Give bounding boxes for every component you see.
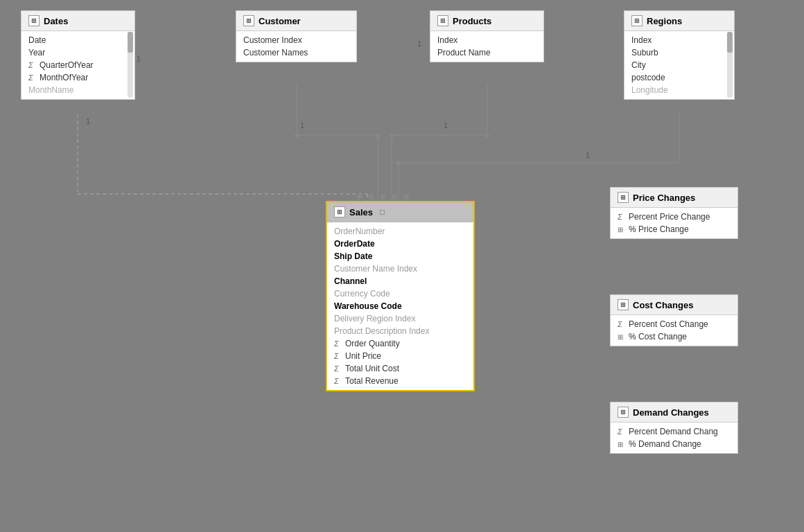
regions-scrollbar[interactable] <box>727 32 733 98</box>
demand-changes-header: ⊞ Demand Changes <box>611 402 737 423</box>
price-changes-title: Price Changes <box>633 193 695 203</box>
demand-changes-icon: ⊞ <box>618 407 629 418</box>
price-changes-body: ΣPercent Price Change ⊞% Price Change <box>611 208 737 238</box>
sales-table[interactable]: ⊞ Sales □ OrderNumber OrderDate Ship Dat… <box>326 201 475 391</box>
field-monthname: MonthName <box>21 84 134 96</box>
field-longitude: Longitude <box>624 84 734 96</box>
sigma-icon: Σ <box>28 73 37 82</box>
field-warehouse-code: Warehouse Code <box>327 300 473 312</box>
sigma-icon: Σ <box>28 61 37 69</box>
field-pct-cost-change: ⊞% Cost Change <box>611 330 737 343</box>
field-percent-demand-change: ΣPercent Demand Chang <box>611 425 737 438</box>
field-pct-price-change: ⊞% Price Change <box>611 223 737 236</box>
dates-table[interactable]: ⊞ Dates Date Year ΣQuarterOfYear ΣMonthO… <box>21 10 135 100</box>
svg-text:1: 1 <box>586 151 590 159</box>
field-unit-price: ΣUnit Price <box>327 350 473 362</box>
dates-scrollbar-thumb <box>128 32 133 53</box>
dates-title: Dates <box>44 16 68 26</box>
field-order-quantity: ΣOrder Quantity <box>327 337 473 350</box>
field-postcode: postcode <box>624 71 734 84</box>
field-total-unit-cost: ΣTotal Unit Cost <box>327 362 473 375</box>
field-customer-names: Customer Names <box>236 46 356 59</box>
field-city: City <box>624 59 734 71</box>
price-changes-table[interactable]: ⊞ Price Changes ΣPercent Price Change ⊞%… <box>610 187 738 239</box>
sigma-icon: Σ <box>334 352 342 360</box>
table-field-icon: ⊞ <box>618 441 626 448</box>
field-suburb: Suburb <box>624 46 734 59</box>
field-percent-price-change: ΣPercent Price Change <box>611 211 737 223</box>
field-channel: Channel <box>327 275 473 287</box>
price-changes-icon: ⊞ <box>618 192 629 203</box>
field-ordernumber: OrderNumber <box>327 225 473 238</box>
field-delivery-region-index: Delivery Region Index <box>327 312 473 325</box>
dates-table-icon: ⊞ <box>28 15 40 26</box>
products-title: Products <box>453 16 491 26</box>
products-table[interactable]: ⊞ Products Index Product Name <box>430 10 544 62</box>
regions-body: Index Suburb City postcode Longitude <box>624 31 734 99</box>
sigma-icon: Σ <box>334 377 342 385</box>
field-monthofyear: ΣMonthOfYear <box>21 71 134 84</box>
price-changes-header: ⊞ Price Changes <box>611 188 737 208</box>
field-date: Date <box>21 34 134 46</box>
field-quarterofyear: ΣQuarterOfYear <box>21 59 134 71</box>
sigma-icon: Σ <box>334 364 342 373</box>
cost-changes-header: ⊞ Cost Changes <box>611 295 737 315</box>
field-regions-index: Index <box>624 34 734 46</box>
svg-point-11 <box>376 134 380 138</box>
sigma-icon: Σ <box>618 213 626 221</box>
customer-title: Customer <box>259 16 301 26</box>
demand-changes-title: Demand Changes <box>633 407 709 418</box>
field-shipdate: Ship Date <box>327 250 473 263</box>
svg-point-18 <box>485 134 489 138</box>
regions-scrollbar-thumb <box>727 32 733 53</box>
sales-header: ⊞ Sales □ <box>327 202 473 222</box>
field-orderdate: OrderDate <box>327 238 473 250</box>
field-percent-cost-change: ΣPercent Cost Change <box>611 318 737 330</box>
dates-header: ⊞ Dates <box>21 11 134 31</box>
field-pct-demand-change: ⊞% Demand Change <box>611 438 737 450</box>
customer-table-icon: ⊞ <box>243 15 254 26</box>
regions-table[interactable]: ⊞ Regions Index Suburb City postcode Lon… <box>624 10 735 100</box>
regions-table-icon: ⊞ <box>631 15 643 26</box>
field-products-index: Index <box>430 34 543 46</box>
cost-changes-table[interactable]: ⊞ Cost Changes ΣPercent Cost Change ⊞% C… <box>610 294 738 346</box>
customer-body: Customer Index Customer Names <box>236 31 356 62</box>
sigma-icon: Σ <box>618 320 626 328</box>
customer-header: ⊞ Customer <box>236 11 356 31</box>
cost-changes-body: ΣPercent Cost Change ⊞% Cost Change <box>611 315 737 346</box>
sales-edit-icon[interactable]: □ <box>380 208 385 216</box>
regions-header: ⊞ Regions <box>624 11 734 31</box>
diagram-canvas: 1 1 1 1 1 1 1 ✱ ✱ ✱ ✱ ✱ ⊞ <box>0 0 804 532</box>
svg-text:1: 1 <box>417 39 421 48</box>
regions-title: Regions <box>647 16 682 26</box>
demand-changes-body: ΣPercent Demand Chang ⊞% Demand Change <box>611 423 737 453</box>
cost-changes-icon: ⊞ <box>618 299 629 310</box>
svg-text:1: 1 <box>300 121 304 130</box>
cost-changes-title: Cost Changes <box>633 300 693 310</box>
field-total-revenue: ΣTotal Revenue <box>327 375 473 387</box>
customer-table[interactable]: ⊞ Customer Customer Index Customer Names <box>236 10 357 62</box>
sigma-icon: Σ <box>618 427 626 436</box>
field-currency-code: Currency Code <box>327 287 473 300</box>
products-body: Index Product Name <box>430 31 543 62</box>
svg-text:1: 1 <box>86 117 90 125</box>
table-field-icon: ⊞ <box>618 333 626 341</box>
field-customer-index: Customer Index <box>236 34 356 46</box>
demand-changes-table[interactable]: ⊞ Demand Changes ΣPercent Demand Chang ⊞… <box>610 402 738 454</box>
svg-point-17 <box>390 134 394 138</box>
dates-scrollbar[interactable] <box>128 32 133 98</box>
sales-table-icon: ⊞ <box>334 206 345 218</box>
sigma-icon: Σ <box>334 339 342 348</box>
sales-title: Sales <box>349 207 373 218</box>
svg-point-10 <box>295 134 299 138</box>
field-year: Year <box>21 46 134 59</box>
svg-text:1: 1 <box>444 121 448 130</box>
products-table-icon: ⊞ <box>437 15 448 26</box>
field-product-name: Product Name <box>430 46 543 59</box>
field-customer-name-index: Customer Name Index <box>327 263 473 275</box>
svg-point-23 <box>396 161 401 165</box>
field-product-desc-index: Product Description Index <box>327 325 473 337</box>
dates-body: Date Year ΣQuarterOfYear ΣMonthOfYear Mo… <box>21 31 134 99</box>
table-field-icon: ⊞ <box>618 226 626 233</box>
sales-body: OrderNumber OrderDate Ship Date Customer… <box>327 222 473 390</box>
